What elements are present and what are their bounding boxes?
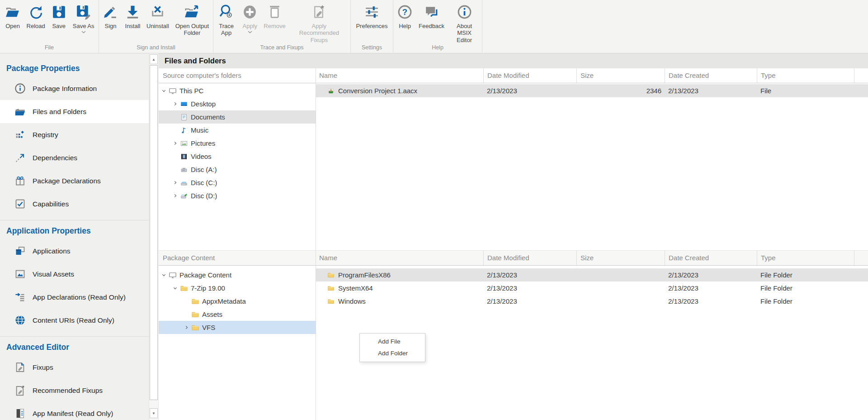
sidebar-item-applications[interactable]: Applications xyxy=(0,239,149,262)
scroll-up-button[interactable]: ▲ xyxy=(150,54,158,64)
tree-item-disc-c[interactable]: Disc (C:) xyxy=(159,176,316,189)
tree-item-pictures[interactable]: Pictures xyxy=(159,137,316,150)
list-row-conversion-project-1-aacx[interactable]: Conversion Project 1.aacx2/13/202323462/… xyxy=(316,84,868,97)
list-row-systemx64[interactable]: SystemX642/13/20232/13/2023File Folder xyxy=(316,282,868,295)
sidebar-item-content-uris-read-only[interactable]: Content URIs (Read Only) xyxy=(0,309,149,332)
sidebar-item-fixups[interactable]: Fixups xyxy=(0,356,149,379)
collapse-toggle[interactable] xyxy=(160,271,168,279)
column-header-date-modified[interactable]: Date Modified xyxy=(483,251,576,265)
package-declarations-icon xyxy=(14,175,26,187)
apply-recommended-fixups-button[interactable]: Apply Recommended Fixups xyxy=(288,1,350,43)
tree-item-appxmetadata[interactable]: AppxMetadata xyxy=(159,295,316,308)
expand-toggle[interactable] xyxy=(171,179,179,186)
help-button[interactable]: Help xyxy=(394,1,416,29)
sidebar-item-package-information[interactable]: Package Information xyxy=(0,77,149,100)
remove-button[interactable]: Remove xyxy=(261,1,288,29)
expand-toggle[interactable] xyxy=(171,139,179,147)
preferences-icon xyxy=(363,4,380,20)
column-header-name[interactable]: Name xyxy=(316,251,483,265)
toolbar-group-settings: PreferencesSettings xyxy=(351,0,393,53)
column-header-size[interactable]: Size xyxy=(576,68,665,83)
sidebar-scrollbar[interactable]: ▲ ▼ xyxy=(149,53,158,420)
expand-toggle[interactable] xyxy=(183,324,190,331)
disk-drive-d-icon xyxy=(180,192,188,200)
open-button[interactable]: Open xyxy=(2,1,24,29)
reload-button[interactable]: Reload xyxy=(24,1,48,29)
column-header-date-created[interactable]: Date Created xyxy=(665,251,757,265)
tree-item-videos[interactable]: Videos xyxy=(159,150,316,163)
collapse-toggle[interactable] xyxy=(171,284,179,292)
sidebar-item-registry[interactable]: Registry xyxy=(0,123,149,146)
save-as-button[interactable]: Save As xyxy=(70,1,97,33)
toolbar-group-sign-and-install: SignInstallUninstallOpen Output FolderSi… xyxy=(99,0,213,53)
tree-item-music[interactable]: Music xyxy=(159,124,316,137)
expand-toggle[interactable] xyxy=(171,192,179,200)
package-information-icon xyxy=(14,82,26,95)
column-header-type[interactable]: Type xyxy=(757,68,854,83)
column-header-name[interactable]: Name xyxy=(316,68,483,83)
tree-item-documents[interactable]: Documents xyxy=(159,110,316,124)
collapse-toggle[interactable] xyxy=(160,87,168,95)
sidebar-item-app-declarations-read-only[interactable]: App Declarations (Read Only) xyxy=(0,286,149,309)
sidebar-item-visual-assets[interactable]: Visual Assets xyxy=(0,262,149,286)
preferences-button[interactable]: Preferences xyxy=(353,1,390,29)
files-and-folders-icon xyxy=(14,105,26,118)
toolbar-spacer xyxy=(482,0,868,53)
tree-item-this-pc[interactable]: This PC xyxy=(159,84,316,97)
column-header-date-modified[interactable]: Date Modified xyxy=(483,68,576,83)
sidebar-item-label: Registry xyxy=(33,131,58,139)
tree-item-desktop[interactable]: Desktop xyxy=(159,97,316,110)
tree-item-label: Assets xyxy=(202,310,222,318)
context-menu-item-add-folder[interactable]: Add Folder xyxy=(360,348,425,359)
column-header-type[interactable]: Type xyxy=(757,251,854,265)
sidebar-item-app-manifest-read-only[interactable]: App Manifest (Read Only) xyxy=(0,402,149,420)
context-menu-item-add-file[interactable]: Add File xyxy=(360,336,425,348)
floppy-drive-icon xyxy=(180,166,188,174)
toolbar-group-file: OpenReloadSaveSave AsFile xyxy=(0,0,99,53)
package-tree: Package Content7-Zip 19.00AppxMetadataAs… xyxy=(159,266,316,420)
tree-item-vfs[interactable]: VFS xyxy=(159,321,316,334)
applications-icon xyxy=(14,245,26,257)
chevron-down-small-icon xyxy=(248,31,252,33)
cell-type: File Folder xyxy=(757,284,854,292)
column-header-size[interactable]: Size xyxy=(576,251,665,265)
sidebar-item-dependencies[interactable]: Dependencies xyxy=(0,146,149,169)
list-row-windows[interactable]: Windows2/13/20232/13/2023File Folder xyxy=(316,295,868,308)
column-header-date-created[interactable]: Date Created xyxy=(665,68,757,83)
documents-icon xyxy=(180,113,188,121)
toolbar-button-label: Help xyxy=(399,23,411,29)
tree-item-7-zip-19-00[interactable]: 7-Zip 19.00 xyxy=(159,282,316,295)
expand-toggle[interactable] xyxy=(171,100,179,108)
toolbar-button-label: Reload xyxy=(27,23,45,29)
tree-item-disc-a[interactable]: Disc (A:) xyxy=(159,163,316,176)
sign-button[interactable]: Sign xyxy=(99,1,122,29)
about-msix-editor-button[interactable]: About MSIX Editor xyxy=(447,1,481,43)
sidebar-item-capabilities[interactable]: Capabilities xyxy=(0,192,149,215)
scrollbar-thumb[interactable] xyxy=(150,65,158,400)
sidebar: Package PropertiesPackage InformationFil… xyxy=(0,53,149,420)
feedback-button[interactable]: Feedback xyxy=(416,1,447,29)
scroll-down-button[interactable]: ▼ xyxy=(150,408,158,418)
sidebar-item-package-declarations[interactable]: Package Declarations xyxy=(0,169,149,192)
open-output-folder-button[interactable]: Open Output Folder xyxy=(172,1,212,37)
content-area: Package PropertiesPackage InformationFil… xyxy=(0,53,868,420)
trace-app-button[interactable]: Trace App xyxy=(214,1,239,37)
apply-button[interactable]: Apply xyxy=(239,1,261,33)
sidebar-item-recommended-fixups[interactable]: Recommended Fixups xyxy=(0,379,149,402)
disk-drive-icon xyxy=(180,179,188,187)
toolbar-button-label: Feedback xyxy=(419,23,444,29)
save-button[interactable]: Save xyxy=(48,1,70,29)
tree-item-assets[interactable]: Assets xyxy=(159,308,316,321)
tree-item-disc-d[interactable]: Disc (D:) xyxy=(159,189,316,202)
chevron-right-icon xyxy=(184,325,189,330)
music-icon xyxy=(180,126,188,134)
list-row-programfilesx86[interactable]: ProgramFilesX862/13/20232/13/2023File Fo… xyxy=(316,268,868,282)
source-tree: This PCDesktopDocumentsMusicPicturesVide… xyxy=(159,83,316,250)
toolbar-button-label: Remove xyxy=(264,23,285,29)
cell-date-created: 2/13/2023 xyxy=(665,297,757,305)
tree-item-package-content[interactable]: Package Content xyxy=(159,268,316,282)
install-button[interactable]: Install xyxy=(122,1,144,29)
sidebar-item-files-and-folders[interactable]: Files and Folders xyxy=(0,100,149,123)
expander-spacer xyxy=(171,113,179,121)
uninstall-button[interactable]: Uninstall xyxy=(144,1,172,29)
